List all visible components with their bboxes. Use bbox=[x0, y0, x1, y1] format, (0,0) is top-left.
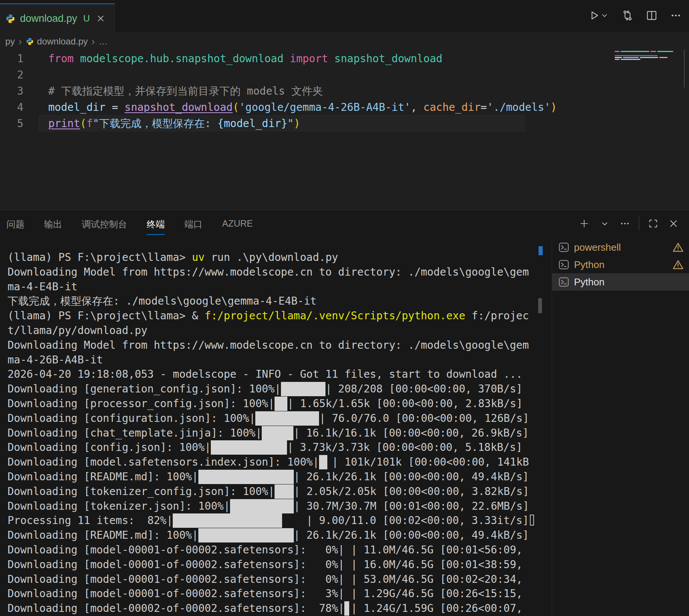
terminal-text: | 26.1k/26.1k [00:00<00:00, 49.4kB/s] bbox=[294, 470, 529, 483]
terminal-text: Downloading Model from https://www.model… bbox=[8, 266, 529, 278]
terminal-list-item-python[interactable]: Python bbox=[552, 256, 689, 273]
breadcrumb-file[interactable]: download.py bbox=[37, 36, 88, 47]
close-panel-icon[interactable] bbox=[667, 217, 680, 230]
breadcrumb-folder[interactable]: py bbox=[5, 36, 15, 47]
progress-bar-fill bbox=[319, 455, 327, 469]
terminal-list: powershellPythonPython bbox=[552, 239, 689, 616]
terminal-line: t/llama/py/download.py bbox=[8, 323, 539, 338]
terminal-text: | 16.1k/16.1k [00:00<00:00, 26.9kB/s] bbox=[293, 427, 529, 439]
panel-more-actions-icon[interactable] bbox=[618, 217, 631, 230]
progress-bar-empty bbox=[344, 572, 351, 587]
progress-bar-fill bbox=[255, 411, 319, 426]
terminal-line: 下载完成，模型保存在: ./models\google\gemma-4-E4B-… bbox=[8, 294, 539, 309]
terminal-text: | 11.0M/46.5G [00:01<56:09, bbox=[351, 544, 522, 556]
panel-tab-active[interactable]: 终端 bbox=[147, 218, 165, 235]
minimap[interactable] bbox=[611, 50, 686, 91]
terminal-line: Downloading Model from https://www.model… bbox=[8, 338, 539, 353]
terminal-line: Downloading [model-00001-of-00002.safete… bbox=[8, 572, 539, 587]
more-actions-icon[interactable] bbox=[669, 8, 683, 23]
terminal-list-label: powershell bbox=[574, 242, 621, 253]
code-line[interactable]: 2 bbox=[0, 67, 689, 83]
panel-tab[interactable]: 调试控制台 bbox=[82, 218, 127, 235]
code-line[interactable]: 4model_dir = snapshot_download('google/g… bbox=[0, 99, 689, 115]
terminal-profile-chevron-icon[interactable] bbox=[598, 217, 611, 230]
terminal-text: Downloading [model-00001-of-00002.safete… bbox=[8, 558, 344, 571]
terminal-text: 下载完成，模型保存在: ./models\google\gemma-4-E4B-… bbox=[8, 295, 316, 307]
terminal-list-item-powershell[interactable]: powershell bbox=[552, 239, 689, 256]
terminal-text: Downloading [chat_template.jinja]: 100%| bbox=[8, 427, 262, 439]
terminal-text: Downloading [README.md]: 100%| bbox=[8, 529, 198, 541]
terminal-text: Downloading [model-00001-of-00002.safete… bbox=[8, 544, 344, 556]
terminal-icon bbox=[558, 242, 569, 253]
git-untracked-badge: U bbox=[83, 13, 90, 24]
terminal-line: ma-4-E4B-it bbox=[8, 280, 539, 294]
code-lines: 1from modelscope.hub.snapshot_download i… bbox=[0, 51, 689, 132]
line-number: 4 bbox=[0, 99, 23, 115]
terminal-text: uv bbox=[192, 251, 205, 264]
terminal-text: | 101k/101k [00:00<00:00, 141kB bbox=[332, 456, 529, 468]
terminal-text: | 1.29G/46.5G [00:26<15:15, bbox=[351, 587, 522, 600]
terminal-line: ma-4-26B-A4B-it bbox=[8, 353, 539, 368]
tab-filename: download.py bbox=[20, 13, 77, 25]
terminal-icon bbox=[558, 259, 569, 270]
terminal-text: | 76.0/76.0 [00:00<00:00, 126B/s] bbox=[319, 412, 529, 424]
code-text: from modelscope.hub.snapshot_download im… bbox=[48, 51, 442, 67]
editor-scrollbar[interactable] bbox=[684, 50, 685, 87]
progress-bar-fill bbox=[281, 382, 325, 396]
panel-tab[interactable]: AZURE bbox=[222, 218, 253, 235]
terminal-text: | 1.24G/1.59G [00:26<00:07, bbox=[351, 602, 522, 614]
progress-bar-fill bbox=[275, 397, 287, 411]
editor-actions bbox=[586, 8, 683, 23]
terminal-text: | 26.1k/26.1k [00:00<00:00, 49.4kB/s] bbox=[294, 529, 529, 541]
run-python-file-button[interactable] bbox=[586, 8, 611, 23]
split-editor-icon[interactable] bbox=[644, 8, 659, 23]
terminal-text: | 1.65k/1.65k [00:00<00:00, 2.83kB/s] bbox=[287, 397, 523, 410]
new-terminal-button[interactable] bbox=[578, 217, 591, 230]
terminal-icon bbox=[558, 276, 569, 288]
terminal-text: | 3.73k/3.73k [00:00<00:00, 5.18kB/s] bbox=[287, 441, 522, 454]
sync-changes-icon[interactable] bbox=[620, 8, 635, 23]
terminal-line: Processing 11 items: 82%|| 9.00/11.0 [00… bbox=[8, 513, 539, 528]
terminal-text: Downloading [tokenizer_config.json]: 100… bbox=[8, 485, 275, 498]
progress-bar-fill bbox=[173, 513, 282, 528]
panel-actions bbox=[578, 217, 680, 230]
code-text: # 下载指定模型，并保存到当前目录下的 models 文件夹 bbox=[48, 83, 323, 99]
maximize-panel-icon[interactable] bbox=[647, 217, 660, 230]
terminal-list-item-python[interactable]: Python bbox=[552, 273, 689, 291]
terminal-text: | 208/208 [00:00<00:00, 370B/s] bbox=[325, 383, 523, 395]
terminal-line: Downloading Model from https://www.model… bbox=[8, 265, 539, 280]
chevron-right-icon: › bbox=[92, 36, 95, 48]
panel-tab[interactable]: 输出 bbox=[44, 218, 62, 235]
terminal-line: Downloading [model-00001-of-00002.safete… bbox=[8, 587, 539, 601]
terminal-text: Downloading Model from https://www.model… bbox=[8, 339, 529, 351]
terminal-scrollbar-thumb[interactable] bbox=[538, 298, 542, 313]
breadcrumb-symbol-more[interactable]: … bbox=[98, 36, 107, 47]
terminal-output[interactable]: (llama) PS F:\project\llama> uv run .\py… bbox=[8, 250, 539, 616]
terminal-text: | 53.0M/46.5G [00:02<20:34, bbox=[351, 573, 522, 585]
progress-bar-empty bbox=[282, 513, 306, 528]
code-editor[interactable]: 1from modelscope.hub.snapshot_download i… bbox=[0, 51, 689, 209]
warning-icon bbox=[672, 242, 684, 254]
panel-tab[interactable]: 端口 bbox=[184, 218, 203, 235]
tab-close-icon[interactable] bbox=[97, 14, 105, 23]
panel-tab[interactable]: 问题 bbox=[6, 218, 25, 235]
progress-bar-fill bbox=[275, 484, 294, 499]
code-line[interactable]: 3# 下载指定模型，并保存到当前目录下的 models 文件夹 bbox=[0, 83, 689, 99]
progress-bar-fill bbox=[230, 499, 294, 513]
terminal-line: Downloading [model-00001-of-00002.safete… bbox=[8, 543, 539, 558]
terminal-text: Downloading [model-00001-of-00002.safete… bbox=[8, 573, 344, 585]
line-number: 5 bbox=[0, 115, 23, 132]
line-number: 1 bbox=[0, 51, 23, 67]
tab-download-py[interactable]: download.py U bbox=[0, 3, 115, 33]
progress-bar-fill bbox=[198, 528, 294, 542]
code-line[interactable]: 5print(f"下载完成，模型保存在: {model_dir}") bbox=[0, 115, 689, 132]
code-line[interactable]: 1from modelscope.hub.snapshot_download i… bbox=[0, 51, 689, 67]
terminal-text: | 2.05k/2.05k [00:00<00:00, 3.82kB/s] bbox=[294, 485, 529, 498]
terminal-text: | 16.0M/46.5G [00:01<38:59, bbox=[351, 558, 522, 571]
terminal-list-label: Python bbox=[574, 259, 605, 271]
terminal-line: Downloading [model.safetensors.index.jso… bbox=[8, 455, 539, 470]
terminal-line: Downloading [config.json]: 100%|| 3.73k/… bbox=[8, 440, 539, 455]
terminal-text: | 9.00/11.0 [00:02<00:00, 3.33it/s] bbox=[306, 514, 529, 527]
progress-bar-fill bbox=[344, 601, 349, 616]
terminal-text: Downloading [model-00002-of-00002.safete… bbox=[8, 602, 344, 614]
